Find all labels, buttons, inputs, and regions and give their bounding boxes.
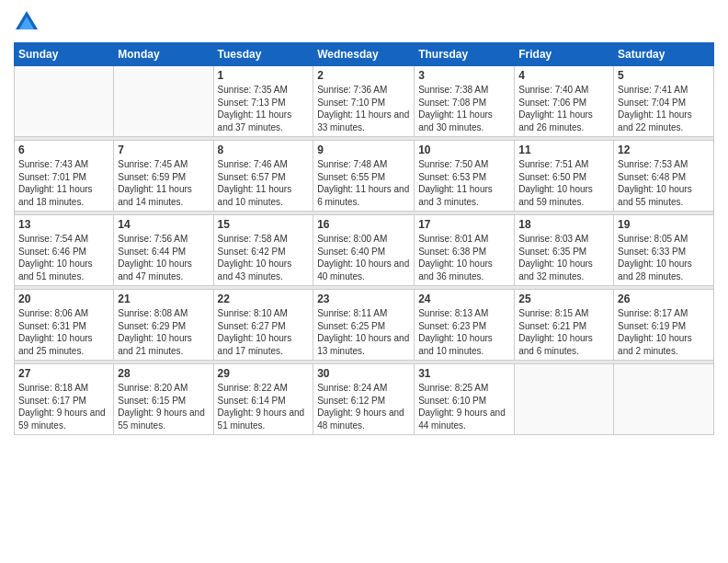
table-row: 29Sunrise: 8:22 AMSunset: 6:14 PMDayligh… — [213, 364, 313, 435]
day-info: Sunrise: 7:45 AMSunset: 6:59 PMDaylight:… — [118, 159, 192, 207]
day-info: Sunrise: 7:50 AMSunset: 6:53 PMDaylight:… — [418, 159, 493, 207]
day-info: Sunrise: 7:35 AMSunset: 7:13 PMDaylight:… — [218, 85, 292, 132]
day-number: 21 — [118, 293, 209, 305]
table-row: 3Sunrise: 7:38 AMSunset: 7:08 PMDaylight… — [415, 66, 515, 137]
day-number: 20 — [18, 293, 109, 305]
table-row: 4Sunrise: 7:40 AMSunset: 7:06 PMDaylight… — [515, 66, 614, 137]
day-info: Sunrise: 7:51 AMSunset: 6:50 PMDaylight:… — [518, 159, 593, 207]
day-number: 24 — [418, 293, 510, 305]
calendar-container: Sunday Monday Tuesday Wednesday Thursday… — [0, 0, 728, 444]
table-row: 22Sunrise: 8:10 AMSunset: 6:27 PMDayligh… — [213, 290, 313, 361]
table-row: 23Sunrise: 8:11 AMSunset: 6:25 PMDayligh… — [313, 290, 415, 361]
day-number: 11 — [518, 144, 609, 156]
day-number: 18 — [518, 218, 609, 231]
calendar-week-3: 13Sunrise: 7:54 AMSunset: 6:46 PMDayligh… — [15, 215, 714, 286]
day-info: Sunrise: 8:05 AMSunset: 6:33 PMDaylight:… — [618, 234, 692, 282]
table-row — [15, 66, 114, 137]
day-number: 9 — [317, 144, 410, 156]
table-row: 18Sunrise: 8:03 AMSunset: 6:35 PMDayligh… — [515, 215, 614, 286]
table-row: 19Sunrise: 8:05 AMSunset: 6:33 PMDayligh… — [614, 215, 714, 286]
day-number: 10 — [418, 144, 510, 156]
day-info: Sunrise: 7:38 AMSunset: 7:08 PMDaylight:… — [418, 85, 493, 132]
day-info: Sunrise: 8:00 AMSunset: 6:40 PMDaylight:… — [317, 234, 409, 282]
day-number: 5 — [618, 69, 710, 82]
col-wednesday: Wednesday — [313, 43, 415, 66]
day-number: 22 — [218, 293, 310, 305]
day-info: Sunrise: 7:58 AMSunset: 6:42 PMDaylight:… — [218, 234, 292, 282]
col-monday: Monday — [114, 43, 213, 66]
table-row: 28Sunrise: 8:20 AMSunset: 6:15 PMDayligh… — [114, 364, 213, 435]
day-number: 14 — [118, 218, 209, 231]
day-info: Sunrise: 7:53 AMSunset: 6:48 PMDaylight:… — [618, 159, 692, 207]
calendar-week-5: 27Sunrise: 8:18 AMSunset: 6:17 PMDayligh… — [15, 364, 714, 435]
day-number: 31 — [418, 367, 510, 380]
table-row: 14Sunrise: 7:56 AMSunset: 6:44 PMDayligh… — [114, 215, 213, 286]
table-row: 16Sunrise: 8:00 AMSunset: 6:40 PMDayligh… — [313, 215, 415, 286]
day-info: Sunrise: 8:01 AMSunset: 6:38 PMDaylight:… — [418, 234, 493, 282]
day-number: 28 — [118, 367, 209, 380]
table-row — [614, 364, 714, 435]
day-number: 30 — [317, 367, 410, 380]
col-friday: Friday — [515, 43, 614, 66]
day-number: 7 — [118, 144, 209, 156]
day-info: Sunrise: 8:11 AMSunset: 6:25 PMDaylight:… — [317, 308, 409, 356]
day-number: 27 — [18, 367, 109, 380]
table-row: 17Sunrise: 8:01 AMSunset: 6:38 PMDayligh… — [415, 215, 515, 286]
table-row: 5Sunrise: 7:41 AMSunset: 7:04 PMDaylight… — [614, 66, 714, 137]
table-row: 24Sunrise: 8:13 AMSunset: 6:23 PMDayligh… — [415, 290, 515, 361]
day-info: Sunrise: 8:10 AMSunset: 6:27 PMDaylight:… — [218, 308, 292, 356]
calendar-week-1: 1Sunrise: 7:35 AMSunset: 7:13 PMDaylight… — [15, 66, 714, 137]
day-info: Sunrise: 8:20 AMSunset: 6:15 PMDaylight:… — [118, 383, 205, 431]
day-info: Sunrise: 8:15 AMSunset: 6:21 PMDaylight:… — [518, 308, 593, 356]
table-row: 8Sunrise: 7:46 AMSunset: 6:57 PMDaylight… — [213, 141, 313, 212]
table-row: 6Sunrise: 7:43 AMSunset: 7:01 PMDaylight… — [15, 141, 114, 212]
table-row: 20Sunrise: 8:06 AMSunset: 6:31 PMDayligh… — [15, 290, 114, 361]
col-tuesday: Tuesday — [213, 43, 313, 66]
table-row: 25Sunrise: 8:15 AMSunset: 6:21 PMDayligh… — [515, 290, 614, 361]
day-info: Sunrise: 7:36 AMSunset: 7:10 PMDaylight:… — [317, 85, 409, 132]
day-info: Sunrise: 7:41 AMSunset: 7:04 PMDaylight:… — [618, 85, 692, 132]
day-info: Sunrise: 8:18 AMSunset: 6:17 PMDaylight:… — [18, 383, 106, 431]
day-number: 19 — [618, 218, 710, 231]
table-row — [515, 364, 614, 435]
table-row: 21Sunrise: 8:08 AMSunset: 6:29 PMDayligh… — [114, 290, 213, 361]
calendar-header-row: Sunday Monday Tuesday Wednesday Thursday… — [15, 43, 714, 66]
day-number: 12 — [618, 144, 710, 156]
table-row: 13Sunrise: 7:54 AMSunset: 6:46 PMDayligh… — [15, 215, 114, 286]
day-number: 2 — [317, 69, 410, 82]
table-row: 7Sunrise: 7:45 AMSunset: 6:59 PMDaylight… — [114, 141, 213, 212]
table-row — [114, 66, 213, 137]
logo-icon — [14, 9, 40, 35]
day-info: Sunrise: 8:24 AMSunset: 6:12 PMDaylight:… — [317, 383, 404, 431]
day-info: Sunrise: 8:22 AMSunset: 6:14 PMDaylight:… — [218, 383, 305, 431]
day-info: Sunrise: 8:03 AMSunset: 6:35 PMDaylight:… — [518, 234, 593, 282]
day-info: Sunrise: 7:46 AMSunset: 6:57 PMDaylight:… — [218, 159, 292, 207]
table-row: 26Sunrise: 8:17 AMSunset: 6:19 PMDayligh… — [614, 290, 714, 361]
table-row: 1Sunrise: 7:35 AMSunset: 7:13 PMDaylight… — [213, 66, 313, 137]
day-number: 8 — [218, 144, 310, 156]
table-row: 10Sunrise: 7:50 AMSunset: 6:53 PMDayligh… — [415, 141, 515, 212]
calendar-table: Sunday Monday Tuesday Wednesday Thursday… — [14, 42, 714, 435]
table-row: 2Sunrise: 7:36 AMSunset: 7:10 PMDaylight… — [313, 66, 415, 137]
day-number: 4 — [518, 69, 609, 82]
table-row: 11Sunrise: 7:51 AMSunset: 6:50 PMDayligh… — [515, 141, 614, 212]
day-info: Sunrise: 8:06 AMSunset: 6:31 PMDaylight:… — [18, 308, 93, 356]
col-sunday: Sunday — [15, 43, 114, 66]
day-number: 1 — [218, 69, 310, 82]
day-number: 3 — [418, 69, 510, 82]
table-row: 12Sunrise: 7:53 AMSunset: 6:48 PMDayligh… — [614, 141, 714, 212]
day-number: 26 — [618, 293, 710, 305]
table-row: 9Sunrise: 7:48 AMSunset: 6:55 PMDaylight… — [313, 141, 415, 212]
day-info: Sunrise: 7:54 AMSunset: 6:46 PMDaylight:… — [18, 234, 93, 282]
logo — [14, 9, 43, 35]
day-info: Sunrise: 8:17 AMSunset: 6:19 PMDaylight:… — [618, 308, 692, 356]
page-header — [14, 9, 714, 35]
table-row: 31Sunrise: 8:25 AMSunset: 6:10 PMDayligh… — [415, 364, 515, 435]
col-saturday: Saturday — [614, 43, 714, 66]
day-number: 17 — [418, 218, 510, 231]
day-number: 15 — [218, 218, 310, 231]
day-number: 6 — [18, 144, 109, 156]
day-info: Sunrise: 8:25 AMSunset: 6:10 PMDaylight:… — [418, 383, 506, 431]
table-row: 27Sunrise: 8:18 AMSunset: 6:17 PMDayligh… — [15, 364, 114, 435]
calendar-week-2: 6Sunrise: 7:43 AMSunset: 7:01 PMDaylight… — [15, 141, 714, 212]
